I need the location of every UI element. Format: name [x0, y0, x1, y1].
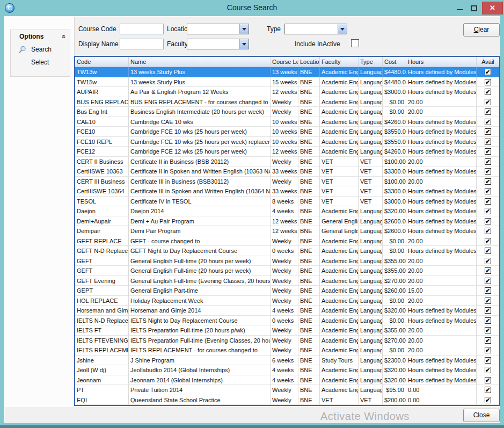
- table-row[interactable]: CERT III Business Certificate III in Bus…: [75, 177, 499, 187]
- table-row[interactable]: IELTS FT IELTS Preparation Full-time (20…: [75, 325, 499, 336]
- chevron-down-icon[interactable]: [338, 24, 347, 34]
- column-header-faculty[interactable]: Faculty: [320, 57, 359, 67]
- table-row[interactable]: GEFT General English Full-time (20 hours…: [75, 256, 499, 266]
- avail-checkbox[interactable]: [485, 298, 491, 304]
- table-row[interactable]: IELTS FTEVENING IELTS Preparation Full-t…: [75, 336, 499, 346]
- avail-checkbox[interactable]: [485, 168, 491, 175]
- cell-hours: Hours defined by Modules: [406, 137, 477, 147]
- maximize-button[interactable]: [468, 4, 480, 13]
- table-row[interactable]: TW13w 13 weeks Study Plus 13 weeks BNE A…: [75, 67, 499, 77]
- type-dropdown[interactable]: [284, 24, 347, 34]
- table-row[interactable]: IELTS N-D Replace IELTS Night to Day Rep…: [75, 316, 499, 326]
- cell-code: TESOL: [75, 197, 129, 207]
- avail-checkbox[interactable]: [485, 397, 491, 403]
- avail-checkbox[interactable]: [485, 188, 491, 194]
- title-bar[interactable]: Course Search ✕: [0, 0, 504, 16]
- cell-avail: [477, 296, 499, 306]
- avail-checkbox[interactable]: [485, 108, 491, 115]
- avail-checkbox[interactable]: [485, 357, 491, 364]
- table-row[interactable]: CERT II Business Certificate II in Busin…: [75, 157, 499, 167]
- faculty-dropdown[interactable]: [187, 39, 249, 49]
- table-row[interactable]: BUS ENG REPLACEMENT BUS ENG REPLACEMENT …: [75, 97, 499, 107]
- avail-checkbox[interactable]: [485, 89, 491, 95]
- column-header-type[interactable]: Type: [359, 57, 383, 67]
- table-row[interactable]: Bus Eng Int Business English Intermediat…: [75, 107, 499, 117]
- chevron-down-icon[interactable]: [239, 39, 249, 49]
- avail-checkbox[interactable]: [485, 258, 491, 264]
- avail-checkbox[interactable]: [485, 119, 491, 125]
- column-header-hours[interactable]: Hours: [406, 57, 477, 67]
- column-header-course-length[interactable]: Course Length: [271, 57, 298, 67]
- table-row[interactable]: EQI Queensland State School Practice Wee…: [75, 395, 499, 405]
- table-row[interactable]: GEFT REPLACE GEFT - course changed to We…: [75, 236, 499, 246]
- table-row[interactable]: Demipair Demi Pair Program 12 weeks BNE …: [75, 226, 499, 236]
- avail-checkbox[interactable]: [485, 337, 491, 344]
- column-header-location[interactable]: Location: [298, 57, 320, 67]
- column-header-name[interactable]: Name: [129, 57, 271, 67]
- cell-name: Business English Intermediate (20 hours …: [129, 107, 271, 117]
- avail-checkbox[interactable]: [485, 228, 491, 234]
- clear-button[interactable]: Clear: [463, 23, 500, 37]
- collapse-chevron-icon[interactable]: «: [57, 34, 70, 38]
- avail-checkbox[interactable]: [485, 208, 491, 214]
- avail-checkbox[interactable]: [485, 327, 491, 333]
- avail-checkbox[interactable]: [485, 287, 491, 294]
- table-row[interactable]: Horseman and Gimje Horseman and Gimje 20…: [75, 306, 499, 316]
- avail-checkbox[interactable]: [485, 387, 491, 393]
- table-row[interactable]: Daejon Daejon 2014 4 weeks BNE Academic …: [75, 206, 499, 216]
- table-row[interactable]: TESOL Certificate IV in TESOL 8 weeks BN…: [75, 197, 499, 207]
- display-name-input[interactable]: [120, 39, 164, 49]
- include-inactive-checkbox[interactable]: [351, 39, 359, 47]
- course-code-input[interactable]: [120, 24, 164, 34]
- sidebar-item-search[interactable]: Search: [11, 43, 70, 56]
- table-row[interactable]: CertIISWE 10363 Certificate II in Spoken…: [75, 166, 499, 177]
- table-row[interactable]: IELTS REPLACEMENT IELTS REPLACEMENT - fo…: [75, 345, 499, 356]
- avail-checkbox[interactable]: [485, 367, 491, 373]
- avail-checkbox[interactable]: [485, 79, 491, 85]
- avail-checkbox[interactable]: [485, 267, 491, 274]
- table-row[interactable]: HOL REPLACE Holiday Replacement Week Wee…: [75, 296, 499, 306]
- column-header-cost[interactable]: Cost: [383, 57, 406, 67]
- close-button[interactable]: Close: [463, 409, 500, 422]
- window-close-button[interactable]: ✕: [482, 2, 503, 14]
- table-row[interactable]: CAE10 Cambridge CAE 10 wks 10 weeks BNE …: [75, 117, 499, 127]
- column-header-avail[interactable]: Avail: [477, 57, 499, 67]
- table-row[interactable]: FCE10 REPL Cambridge FCE 10 wks (25 hour…: [75, 137, 499, 147]
- table-row[interactable]: TW15w 13 weeks Study Plus 15 weeks BNE A…: [75, 77, 499, 88]
- avail-checkbox[interactable]: [485, 69, 491, 75]
- avail-checkbox[interactable]: [485, 128, 491, 135]
- table-row[interactable]: Jeoll (W dj) Jeollabudko 2014 (Global In…: [75, 365, 499, 375]
- avail-checkbox[interactable]: [485, 278, 491, 284]
- avail-checkbox[interactable]: [485, 158, 491, 165]
- table-row[interactable]: GEFT N-D Replace GEFT Night to Day Repla…: [75, 246, 499, 256]
- table-row[interactable]: Jeonnam Jeonnam 2014 (Global Internships…: [75, 375, 499, 386]
- table-row[interactable]: GEFT General English Full-time (20 hours…: [75, 266, 499, 276]
- avail-checkbox[interactable]: [485, 347, 491, 353]
- avail-checkbox[interactable]: [485, 377, 491, 383]
- table-row[interactable]: Demi+Aupair Demi + Au Pair Program 12 we…: [75, 216, 499, 227]
- table-row[interactable]: AUPAIR Au Pair & English Program 12 Week…: [75, 87, 499, 97]
- avail-checkbox[interactable]: [485, 178, 491, 185]
- table-row[interactable]: PT Private Tuition 2014 Weekly BNE Acade…: [75, 385, 499, 395]
- avail-checkbox[interactable]: [485, 238, 491, 244]
- chevron-down-icon[interactable]: [239, 24, 249, 34]
- table-row[interactable]: CertIIISWE 10364 Certificate III in Spok…: [75, 186, 499, 197]
- table-row[interactable]: Jshine J Shine Program 6 weeks BNE Study…: [75, 356, 499, 366]
- avail-checkbox[interactable]: [485, 139, 491, 145]
- table-row[interactable]: GEPT General English Part-time Weekly BN…: [75, 286, 499, 296]
- table-row[interactable]: GEFT Evening General English Full-time (…: [75, 276, 499, 286]
- sidebar-item-select[interactable]: Select: [11, 56, 70, 69]
- table-row[interactable]: FCE10 Cambridge FCE 10 wks (25 hours per…: [75, 127, 499, 137]
- avail-checkbox[interactable]: [485, 198, 491, 205]
- column-header-code[interactable]: Code: [75, 57, 129, 67]
- avail-checkbox[interactable]: [485, 248, 491, 254]
- avail-checkbox[interactable]: [485, 307, 491, 314]
- cell-code: Jeonnam: [75, 375, 129, 386]
- avail-checkbox[interactable]: [485, 99, 491, 105]
- avail-checkbox[interactable]: [485, 218, 491, 224]
- table-row[interactable]: FCE12 Cambridge FCE 12 wks (25 hours per…: [75, 147, 499, 157]
- avail-checkbox[interactable]: [485, 317, 491, 324]
- location-dropdown[interactable]: [187, 24, 249, 34]
- avail-checkbox[interactable]: [485, 148, 491, 155]
- minimize-button[interactable]: [454, 4, 466, 13]
